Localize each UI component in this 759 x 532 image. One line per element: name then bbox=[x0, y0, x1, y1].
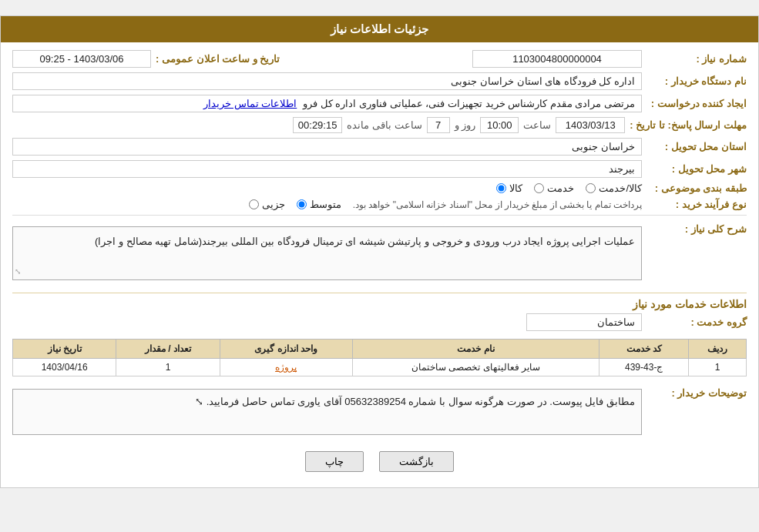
city-value: بیرجند bbox=[12, 160, 642, 178]
creator-row: ایجاد کننده درخواست : مرتضی مرادی مقدم ک… bbox=[12, 95, 747, 112]
purchase-type-option-1-label: جزیی bbox=[262, 199, 285, 210]
purchase-type-radio-1[interactable] bbox=[249, 199, 259, 209]
category-radio-3[interactable] bbox=[586, 183, 596, 193]
deadline-label: مهلت ارسال پاسخ: تا تاریخ : bbox=[630, 119, 747, 131]
category-option-2-label: خدمت bbox=[547, 182, 574, 194]
col-header-unit: واحد اندازه گیری bbox=[220, 340, 352, 359]
org-name-row: نام دستگاه خریدار : اداره کل فرودگاه های… bbox=[12, 72, 747, 90]
divider-1 bbox=[12, 215, 747, 216]
city-row: شهر محل تحویل : بیرجند bbox=[12, 160, 747, 178]
announce-value: 1403/03/06 - 09:25 bbox=[12, 50, 151, 68]
org-name-value: اداره کل فرودگاه های استان خراسان جنوبی bbox=[12, 72, 642, 90]
need-number-value: 1103004800000004 bbox=[472, 50, 642, 68]
province-row: استان محل تحویل : خراسان جنوبی bbox=[12, 138, 747, 156]
page-title: جزئیات اطلاعات نیاز bbox=[331, 22, 428, 35]
purchase-type-row: نوع فرآیند خرید : پرداخت تمام یا بخشی از… bbox=[12, 199, 747, 210]
content-area: شماره نیاز : 1103004800000004 تاریخ و سا… bbox=[1, 42, 758, 487]
org-name-label: نام دستگاه خریدار : bbox=[646, 75, 747, 87]
service-group-label: گروه خدمت : bbox=[646, 316, 747, 328]
province-label: استان محل تحویل : bbox=[646, 141, 747, 152]
purchase-type-option-2: متوسط bbox=[297, 199, 341, 210]
cell-name: سایر فعالیتهای تخصصی ساختمان bbox=[352, 359, 599, 376]
unit-link[interactable]: پروژه bbox=[275, 362, 297, 373]
deadline-time-label: ساعت bbox=[523, 119, 551, 131]
main-container: جزئیات اطلاعات نیاز شماره نیاز : 1103004… bbox=[0, 15, 759, 488]
cell-unit: پروژه bbox=[220, 359, 352, 376]
buyer-notes-box: مطابق فایل پیوست. در صورت هرگونه سوال با… bbox=[12, 389, 642, 435]
col-header-date: تاریخ نیاز bbox=[13, 340, 116, 359]
purchase-type-radio-group: پرداخت تمام یا بخشی از مبلغ خریدار از مح… bbox=[249, 199, 642, 210]
category-option-1-label: کالا bbox=[509, 182, 522, 194]
creator-label: ایجاد کننده درخواست : bbox=[646, 98, 747, 109]
creator-value: مرتضی مرادی مقدم کارشناس خرید تجهیزات فن… bbox=[303, 98, 635, 109]
description-row: شرح کلی نیاز : عملیات اجرایی پروژه ایجاد… bbox=[12, 220, 747, 286]
deadline-remaining: 00:29:15 bbox=[293, 117, 343, 133]
purchase-type-note: پرداخت تمام یا بخشی از مبلغ خریدار از مح… bbox=[353, 199, 642, 210]
category-radio-1[interactable] bbox=[496, 183, 506, 193]
province-value: خراسان جنوبی bbox=[12, 138, 642, 156]
cell-code: ج-43-439 bbox=[599, 359, 689, 376]
col-header-name: نام خدمت bbox=[352, 340, 599, 359]
cell-row: 1 bbox=[689, 359, 747, 376]
category-option-1: کالا bbox=[496, 182, 522, 194]
notes-resize-icon: ⤡ bbox=[195, 396, 203, 407]
deadline-days: 7 bbox=[427, 117, 450, 133]
category-radio-2[interactable] bbox=[534, 183, 544, 193]
creator-value-box: مرتضی مرادی مقدم کارشناس خرید تجهیزات فن… bbox=[12, 95, 642, 112]
print-button[interactable]: چاپ bbox=[305, 451, 364, 472]
table-row: 1 ج-43-439 سایر فعالیتهای تخصصی ساختمان … bbox=[13, 359, 747, 376]
col-header-quantity: تعداد / مقدار bbox=[116, 340, 220, 359]
category-option-3: کالا/خدمت bbox=[586, 182, 642, 194]
category-label: طبقه بندی موضوعی : bbox=[646, 182, 747, 194]
buyer-notes-row: توضیحات خریدار : مطابق فایل پیوست. در صو… bbox=[12, 384, 747, 440]
table-header: ردیف کد خدمت نام خدمت واحد اندازه گیری ت… bbox=[13, 340, 747, 359]
deadline-row: مهلت ارسال پاسخ: تا تاریخ : 1403/03/13 س… bbox=[12, 117, 747, 133]
button-row: بازگشت چاپ bbox=[12, 451, 747, 472]
need-number-row: شماره نیاز : 1103004800000004 تاریخ و سا… bbox=[12, 50, 747, 68]
category-option-3-label: کالا/خدمت bbox=[599, 182, 642, 194]
purchase-type-option-1: جزیی bbox=[249, 199, 285, 210]
service-group-row: گروه خدمت : ساختمان bbox=[12, 313, 747, 331]
purchase-type-radio-2[interactable] bbox=[297, 199, 307, 209]
deadline-day-label: روز و bbox=[455, 119, 476, 131]
description-label: شرح کلی نیاز : bbox=[646, 220, 747, 235]
buyer-notes-label: توضیحات خریدار : bbox=[646, 384, 747, 399]
col-header-code: کد خدمت bbox=[599, 340, 689, 359]
service-group-value: ساختمان bbox=[526, 313, 642, 331]
category-option-2: خدمت bbox=[534, 182, 574, 194]
services-table: ردیف کد خدمت نام خدمت واحد اندازه گیری ت… bbox=[12, 339, 747, 376]
resize-icon: ⤡ bbox=[15, 265, 21, 278]
col-header-row: ردیف bbox=[689, 340, 747, 359]
city-label: شهر محل تحویل : bbox=[646, 163, 747, 175]
description-value: عملیات اجرایی پروژه ایجاد درب ورودی و خر… bbox=[95, 236, 635, 247]
purchase-type-option-2-label: متوسط bbox=[310, 199, 341, 210]
page-header: جزئیات اطلاعات نیاز bbox=[1, 16, 758, 42]
deadline-time: 10:00 bbox=[480, 117, 519, 133]
purchase-type-label: نوع فرآیند خرید : bbox=[646, 199, 747, 210]
buyer-notes-value: مطابق فایل پیوست. در صورت هرگونه سوال با… bbox=[207, 396, 635, 407]
deadline-date: 1403/03/13 bbox=[556, 117, 625, 133]
table-body: 1 ج-43-439 سایر فعالیتهای تخصصی ساختمان … bbox=[13, 359, 747, 376]
category-row: طبقه بندی موضوعی : کالا/خدمت خدمت کالا bbox=[12, 182, 747, 194]
announce-label: تاریخ و ساعت اعلان عمومی : bbox=[156, 53, 280, 65]
deadline-remaining-label: ساعت باقی مانده bbox=[347, 119, 421, 131]
services-section-title: اطلاعات خدمات مورد نیاز bbox=[12, 293, 747, 310]
description-box: عملیات اجرایی پروژه ایجاد درب ورودی و خر… bbox=[12, 226, 642, 280]
category-radio-group: کالا/خدمت خدمت کالا bbox=[496, 182, 642, 194]
cell-date: 1403/04/16 bbox=[13, 359, 116, 376]
cell-quantity: 1 bbox=[116, 359, 220, 376]
services-table-section: ردیف کد خدمت نام خدمت واحد اندازه گیری ت… bbox=[12, 339, 747, 376]
need-number-label: شماره نیاز : bbox=[646, 53, 747, 65]
creator-link[interactable]: اطلاعات تماس خریدار bbox=[203, 98, 297, 109]
back-button[interactable]: بازگشت bbox=[379, 451, 454, 472]
